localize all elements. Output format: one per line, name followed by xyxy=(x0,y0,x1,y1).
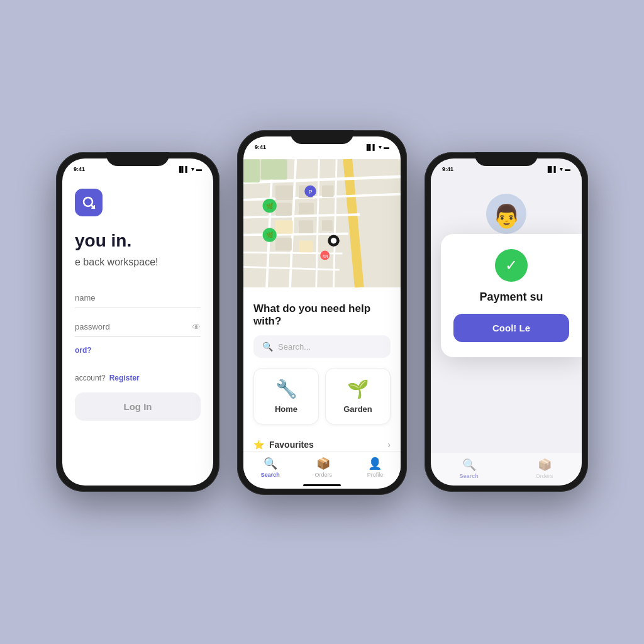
payment-title: Payment su xyxy=(453,291,569,304)
bottom-nav: 🔍 Search 📦 Orders 👤 Profile xyxy=(243,451,401,484)
status-time-2: 9:41 xyxy=(255,144,266,150)
login-screen: 9:41 ▐▌▌ ▾ ▬ you in. e back workspace! xyxy=(62,158,213,486)
notch-1 xyxy=(106,152,169,166)
wifi-icon: ▾ xyxy=(191,166,194,172)
home-indicator-2 xyxy=(303,484,341,486)
garden-emoji: 🌱 xyxy=(347,379,369,399)
notch-3 xyxy=(475,152,538,166)
signal-icon: ▐▌▌ xyxy=(177,166,189,172)
profile-nav-icon: 👤 xyxy=(368,457,382,470)
success-icon: ✓ xyxy=(495,249,528,282)
nav-orders[interactable]: 📦 Orders xyxy=(314,457,332,478)
svg-rect-20 xyxy=(275,238,292,250)
status-time-3: 9:41 xyxy=(442,166,453,172)
garden-label: Garden xyxy=(343,404,372,414)
search-bar[interactable]: 🔍 Search... xyxy=(253,335,391,358)
map-svg: P 🌿 🌿 🍽 xyxy=(243,154,401,292)
battery-icon-2: ▬ xyxy=(384,144,389,150)
status-icons-3: ▐▌▌ ▾ ▬ xyxy=(546,166,570,172)
avatar-image: 👨 xyxy=(492,205,521,228)
forgot-password-link[interactable]: ord? xyxy=(75,346,201,355)
search-content: What do you need help with? 🔍 Search... … xyxy=(243,292,401,451)
search-screen: 9:41 ▐▌▌ ▾ ▬ xyxy=(243,136,401,489)
svg-rect-14 xyxy=(322,186,334,197)
home-emoji: 🔧 xyxy=(275,379,297,399)
status-time-1: 9:41 xyxy=(74,166,85,172)
eye-icon[interactable]: 👁 xyxy=(192,322,201,332)
phone-profile: 9:41 ▐▌▌ ▾ ▬ 👨 Jonas Coo Gardner YOUR CL… xyxy=(425,152,588,492)
svg-point-31 xyxy=(331,238,336,243)
svg-rect-17 xyxy=(275,220,293,233)
app-logo xyxy=(75,189,103,216)
svg-text:🍽: 🍽 xyxy=(323,253,328,259)
account-row: account? Register xyxy=(75,374,201,382)
map-container: P 🌿 🌿 🍽 xyxy=(243,154,401,292)
password-group: 👁 xyxy=(75,317,201,337)
category-garden[interactable]: 🌱 Garden xyxy=(325,368,391,425)
username-input[interactable] xyxy=(75,288,201,308)
svg-rect-22 xyxy=(261,159,287,179)
search-bar-icon: 🔍 xyxy=(262,341,273,352)
orders-nav-icon: 📦 xyxy=(316,457,330,470)
search-placeholder: Search... xyxy=(278,342,311,352)
battery-icon-3: ▬ xyxy=(565,166,570,172)
wifi-icon-3: ▾ xyxy=(560,166,563,172)
register-link[interactable]: Register xyxy=(109,374,140,382)
orders-nav-label: Orders xyxy=(314,472,332,478)
profile-nav-label: Profile xyxy=(367,472,384,478)
svg-rect-16 xyxy=(299,203,314,215)
notch-2 xyxy=(291,130,353,144)
account-label: account? xyxy=(75,374,106,382)
fav-left: ⭐ Favourites xyxy=(253,440,314,450)
login-subtitle: e back workspace! xyxy=(75,255,201,269)
signal-icon-3: ▐▌▌ xyxy=(546,166,558,172)
nav-orders-3: 📦 Orders xyxy=(536,458,553,479)
chevron-right-icon: › xyxy=(387,440,391,450)
nav-profile[interactable]: 👤 Profile xyxy=(367,457,384,478)
phone-search: 9:41 ▐▌▌ ▾ ▬ xyxy=(237,130,407,495)
battery-icon: ▬ xyxy=(196,166,202,172)
star-icon: ⭐ xyxy=(253,440,264,450)
status-icons-2: ▐▌▌ ▾ ▬ xyxy=(365,144,389,150)
svg-text:🌿: 🌿 xyxy=(266,203,274,210)
favourites-row[interactable]: ⭐ Favourites › xyxy=(253,433,391,451)
category-home[interactable]: 🔧 Home xyxy=(253,368,319,425)
svg-rect-23 xyxy=(243,159,260,182)
svg-text:P: P xyxy=(308,189,312,195)
svg-rect-21 xyxy=(299,241,313,253)
login-title: you in. xyxy=(75,230,201,252)
favourites-label: Favourites xyxy=(269,440,314,450)
svg-rect-18 xyxy=(299,220,313,233)
svg-text:🌿: 🌿 xyxy=(266,231,274,239)
home-label: Home xyxy=(275,404,297,414)
phone-login: 9:41 ▐▌▌ ▾ ▬ you in. e back workspace! xyxy=(56,152,219,492)
username-group xyxy=(75,288,201,308)
orders-nav-label-3: Orders xyxy=(536,473,553,479)
search-nav-icon: 🔍 xyxy=(264,457,277,470)
orders-nav-icon-3: 📦 xyxy=(538,458,552,472)
status-icons-1: ▐▌▌ ▾ ▬ xyxy=(177,166,202,172)
wifi-icon-2: ▾ xyxy=(379,144,382,150)
logo-icon xyxy=(80,194,97,211)
nav-search-3: 🔍 Search xyxy=(460,458,479,479)
avatar: 👨 xyxy=(486,194,526,234)
password-input[interactable] xyxy=(75,317,201,337)
signal-icon-2: ▐▌▌ xyxy=(365,144,377,150)
search-nav-label-3: Search xyxy=(460,473,479,479)
svg-rect-15 xyxy=(275,203,292,216)
cool-button[interactable]: Cool! Le xyxy=(453,314,569,342)
nav-search[interactable]: 🔍 Search xyxy=(261,457,280,478)
profile-screen: 9:41 ▐▌▌ ▾ ▬ 👨 Jonas Coo Gardner YOUR CL… xyxy=(431,158,582,486)
login-content: you in. e back workspace! 👁 ord? account… xyxy=(62,176,213,486)
svg-rect-12 xyxy=(275,186,293,200)
svg-line-5 xyxy=(243,234,348,235)
bottom-nav-3: 🔍 Search 📦 Orders xyxy=(431,452,582,486)
search-nav-icon-3: 🔍 xyxy=(462,458,476,472)
svg-rect-19 xyxy=(322,220,333,231)
login-button[interactable]: Log In xyxy=(75,392,201,421)
categories-grid: 🔧 Home 🌱 Garden xyxy=(253,368,391,425)
help-title: What do you need help with? xyxy=(253,303,391,328)
payment-modal: ✓ Payment su Cool! Le xyxy=(441,234,582,357)
search-nav-label: Search xyxy=(261,472,280,478)
